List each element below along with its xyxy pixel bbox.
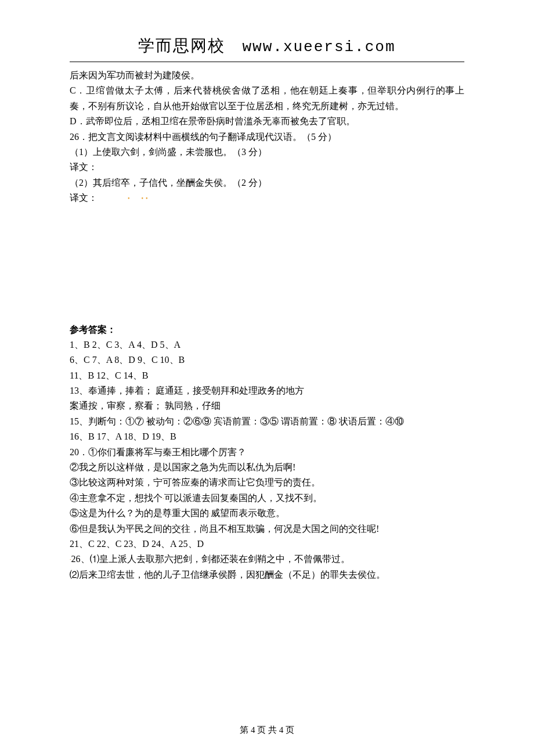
answer-line: ④主意拿不定，想找个·可以派遣去回复秦国的人，又找不到。: [70, 491, 464, 506]
option-c: C．卫绾曾做太子太傅，后来代替桃侯舍做了丞相，他在朝廷上奏事，但举职分内例行的事…: [70, 83, 464, 114]
answer-line: 16、B 17、A 18、D 19、B: [70, 429, 464, 444]
answer-line: 15、判断句：①⑦ 被动句：②⑥⑨ 宾语前置：③⑤ 谓语前置：⑧ 状语后置：④⑩: [70, 414, 464, 429]
answer-line: ⑤这是为什么？为的是尊重大国的·威望而表示敬意。: [70, 506, 464, 521]
answer-line: ③比较这两种对策，宁可答应秦的请求而让它负理亏的责任。: [70, 475, 464, 490]
answer-line: ⑥但是我认为平民之间的交往，尚且不相互欺骗，何况是大国之间的交往呢!: [70, 521, 464, 537]
page-header: 学而思网校 www.xueersi.com: [70, 35, 464, 62]
answer-line: 20．①你们看廉将军与秦王相比哪个厉害？: [70, 445, 464, 460]
content-area: 后来因为军功而被封为建陵侯。 C．卫绾曾做太子太傅，后来代替桃侯舍做了丞相，他在…: [70, 68, 464, 582]
answer-line: ⑵后来卫绾去世，他的儿子卫信继承侯爵，因犯酬金（不足）的罪失去侯位。: [70, 567, 464, 582]
option-d: D．武帝即位后，丞相卫绾在景帝卧病时曾滥杀无辜而被免去了官职。: [70, 114, 464, 129]
brand-url: www.xueersi.com: [242, 38, 395, 56]
answer-line: 21、C 22、C 23、D 24、A 25、D: [70, 537, 464, 552]
question-26: 26．把文言文阅读材料中画横线的句子翻译成现代汉语。（5 分）: [70, 129, 464, 145]
answer-line: 11、B 12、C 14、B: [70, 368, 464, 383]
dot-icon: •: [128, 195, 130, 201]
translation-label: 译文：: [70, 160, 464, 175]
dot-icon: •: [146, 195, 148, 201]
answer-line: 案通按，审察，察看； 孰同熟，仔细: [70, 398, 464, 413]
answer-line: ②我之所以这样做，是以国家之急为先而以私仇为后啊!: [70, 460, 464, 475]
dot-icon: ·: [163, 495, 164, 502]
answer-line: 6、C 7、A 8、D 9、C 10、B: [70, 352, 464, 368]
header-divider: [70, 62, 464, 62]
question-26-2: （2）其后绾卒，子信代，坐酬金失侯。（2 分）: [70, 175, 464, 190]
answer-line: ·26、⑴皇上派人去取那六把剑，剑都还装在剑鞘之中，不曾佩带过。: [70, 552, 464, 567]
dot-icon: ·: [70, 556, 71, 563]
translation-label: 译文： • • •: [70, 190, 464, 206]
answer-line: 1、B 2、C 3、A 4、D 5、A: [70, 337, 464, 352]
page-number: 第 4 页 共 4 页: [240, 725, 294, 735]
question-26-1: （1）上使取六剑，剑尚盛，未尝服也。（3 分）: [70, 145, 464, 160]
text-line: 后来因为军功而被封为建陵侯。: [70, 68, 464, 83]
page-footer: 第 4 页 共 4 页: [0, 725, 534, 736]
answer-section: 参考答案： 1、B 2、C 3、A 4、D 5、A 6、C 7、A 8、D 9、…: [70, 322, 464, 583]
dot-icon: •: [142, 195, 144, 201]
dot-icon: ·: [209, 510, 211, 517]
brand-name: 学而思网校: [138, 37, 225, 55]
answer-line: 13、奉通捧，捧着； 庭通廷，接受朝拜和处理政务的地方: [70, 383, 464, 398]
answer-title: 参考答案：: [70, 322, 464, 337]
